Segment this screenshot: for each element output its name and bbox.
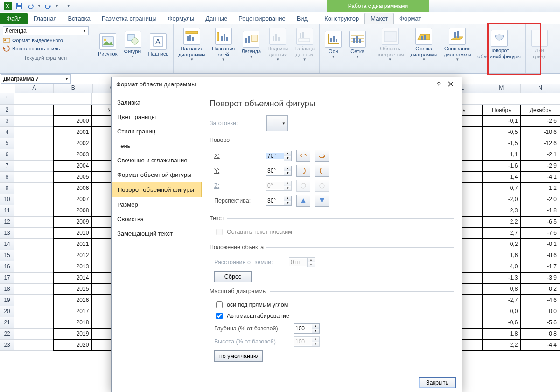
cell[interactable]: -0,5	[482, 127, 521, 138]
cell[interactable]	[14, 93, 53, 105]
cell[interactable]	[14, 105, 53, 116]
cell[interactable]: -2,9	[521, 161, 560, 172]
cell[interactable]: 2004	[53, 161, 92, 172]
tab-format[interactable]: Формат	[394, 13, 427, 24]
cell[interactable]: -6,5	[521, 217, 560, 228]
dialog-nav-item[interactable]: Тень	[112, 139, 202, 153]
spin-up-icon[interactable]: ▲	[284, 166, 291, 171]
autoscale-checkbox[interactable]: Автомасштабирование	[214, 311, 454, 321]
cell[interactable]: 1,4	[482, 172, 521, 183]
cell[interactable]: -4,6	[521, 295, 560, 306]
spin-down-icon[interactable]: ▼	[284, 156, 291, 161]
cell[interactable]: -7,6	[521, 228, 560, 239]
cell[interactable]: -8,6	[521, 250, 560, 261]
insert-shapes-button[interactable]: Фигуры▼	[122, 30, 144, 60]
cell[interactable]: 0,8	[521, 329, 560, 340]
qat-customize-icon[interactable]: ▼	[67, 4, 70, 8]
tab-data[interactable]: Данные	[200, 13, 233, 24]
row-header[interactable]: 17	[0, 273, 14, 284]
tab-layout[interactable]: Макет	[364, 13, 394, 24]
cell[interactable]	[14, 295, 53, 306]
cell[interactable]: 2003	[53, 149, 92, 161]
row-header[interactable]: 6	[0, 149, 14, 161]
cell[interactable]: 2,2	[482, 340, 521, 351]
depth-input[interactable]: ▲▼	[294, 323, 320, 334]
cell[interactable]	[482, 93, 521, 105]
row-header[interactable]: 3	[0, 116, 14, 127]
format-selection-button[interactable]: Формат выделенного	[3, 36, 89, 44]
cell[interactable]	[14, 329, 53, 340]
spin-up-icon[interactable]: ▲	[284, 151, 291, 156]
close-icon[interactable]	[445, 79, 457, 89]
tab-insert[interactable]: Вставка	[62, 13, 96, 24]
axis-titles-button[interactable]: Названия осей▼	[210, 27, 237, 63]
rotate-x-left-button[interactable]	[296, 150, 310, 162]
row-header[interactable]: 11	[0, 205, 14, 217]
cell[interactable]: 2008	[53, 205, 92, 217]
cell[interactable]: -1,3	[482, 273, 521, 284]
row-header[interactable]: 9	[0, 183, 14, 194]
cell[interactable]: 2010	[53, 228, 92, 239]
tab-formulas[interactable]: Формулы	[162, 13, 200, 24]
rotate-y-down-button[interactable]	[315, 165, 329, 177]
cell[interactable]: 0,0	[521, 306, 560, 317]
rotate-3d-button[interactable]: Поворот объемной фигуры	[476, 29, 523, 60]
cell[interactable]: -5,6	[521, 317, 560, 329]
cell[interactable]	[14, 149, 53, 161]
row-header[interactable]: 7	[0, 161, 14, 172]
cell[interactable]	[14, 127, 53, 138]
help-button[interactable]: ?	[433, 79, 445, 89]
cell[interactable]: -10,6	[521, 127, 560, 138]
gridlines-button[interactable]: Сетка▼	[347, 30, 368, 60]
cell[interactable]: 0,2	[521, 284, 560, 295]
cell[interactable]	[14, 317, 53, 329]
tab-home[interactable]: Главная	[28, 13, 62, 24]
cell[interactable]: 2016	[53, 295, 92, 306]
cell[interactable]: 2012	[53, 250, 92, 261]
dialog-nav-item[interactable]: Стили границ	[112, 124, 202, 139]
dialog-nav-item[interactable]: Цвет границы	[112, 110, 202, 124]
cell[interactable]	[14, 306, 53, 317]
cell[interactable]: 2005	[53, 172, 92, 183]
perspective-wide-button[interactable]	[315, 195, 329, 207]
cell[interactable]	[14, 217, 53, 228]
column-header[interactable]: N	[521, 84, 560, 93]
cell[interactable]: 2001	[53, 127, 92, 138]
row-header[interactable]: 2	[0, 105, 14, 116]
column-header[interactable]: B	[54, 84, 92, 93]
right-angle-axes-checkbox[interactable]: оси под прямым углом	[214, 300, 454, 309]
row-header[interactable]: 21	[0, 317, 14, 329]
cell[interactable]: 2019	[53, 329, 92, 340]
cell[interactable]: -4,1	[521, 172, 560, 183]
x-rotation-input[interactable]: ▲▼	[266, 151, 292, 161]
y-rotation-input[interactable]: ▲▼	[266, 166, 292, 176]
cell[interactable]: 0,0	[482, 306, 521, 317]
redo-dropdown-icon[interactable]: ▼	[55, 4, 59, 8]
row-header[interactable]: 18	[0, 284, 14, 295]
row-header[interactable]: 1	[0, 93, 14, 105]
axes-button[interactable]: Оси▼	[322, 30, 344, 60]
perspective-input[interactable]: ▲▼	[266, 196, 292, 206]
cell[interactable]	[14, 172, 53, 183]
row-header[interactable]: 15	[0, 250, 14, 261]
spin-down-icon[interactable]: ▼	[284, 171, 291, 175]
cell[interactable]: Декабрь	[521, 105, 560, 116]
spin-down-icon[interactable]: ▼	[284, 201, 291, 205]
cell[interactable]: -2,6	[521, 116, 560, 127]
rotate-y-up-button[interactable]	[296, 165, 310, 177]
cell[interactable]	[521, 93, 560, 105]
tab-review[interactable]: Рецензирование	[233, 13, 291, 24]
chart-floor-button[interactable]: Основание диаграммы▼	[442, 27, 473, 63]
cell[interactable]: 0,2	[482, 239, 521, 250]
dialog-nav-item[interactable]: Поворот объемной фигуры	[112, 182, 202, 197]
chart-title-button[interactable]: Название диаграммы▼	[176, 27, 207, 63]
tab-design[interactable]: Конструктор	[319, 13, 364, 24]
cell[interactable]	[53, 105, 92, 116]
row-header[interactable]: 5	[0, 138, 14, 149]
cell[interactable]: 2013	[53, 261, 92, 273]
cell[interactable]	[14, 261, 53, 273]
cell[interactable]: -1,8	[521, 205, 560, 217]
cell[interactable]: 0,7	[482, 183, 521, 194]
spin-down-icon[interactable]: ▼	[312, 329, 319, 333]
cell[interactable]: -1,5	[482, 138, 521, 149]
